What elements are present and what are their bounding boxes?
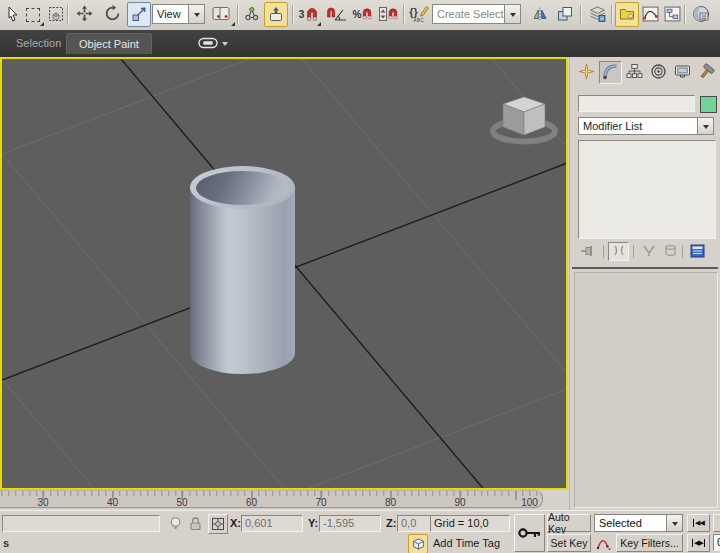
toolbar-separator — [67, 5, 68, 24]
object-name-field[interactable] — [578, 95, 695, 112]
chevron-down-icon[interactable] — [222, 42, 228, 49]
set-key-label: Set Key — [551, 537, 588, 549]
ribbon-tab-selection[interactable]: Selection — [4, 33, 73, 53]
key-filters-label: Key Filters... — [620, 537, 678, 549]
add-time-tag[interactable]: Add Time Tag — [433, 537, 500, 549]
pivot-center-icon — [212, 5, 232, 24]
motion-icon — [650, 63, 667, 82]
select-and-move-button[interactable] — [72, 2, 96, 27]
rollout-area[interactable] — [574, 272, 718, 508]
spinner-snap-toggle-button[interactable] — [376, 2, 402, 27]
go-to-start-icon: ◀◀ — [695, 519, 704, 527]
bar-glyph — [704, 539, 705, 547]
grid-setting-value: Grid = 10,0 — [434, 517, 489, 529]
align-button[interactable] — [553, 2, 577, 27]
viewport-cube-toggle[interactable] — [408, 534, 428, 553]
pin-stack-button[interactable] — [576, 242, 597, 261]
material-sphere-icon — [692, 5, 710, 25]
keyboard-shortcut-override-toggle[interactable] — [264, 2, 288, 27]
reference-coordinate-system-dropdown[interactable]: View — [152, 4, 205, 24]
key-icon — [517, 525, 542, 541]
tab-modify[interactable] — [599, 61, 622, 84]
set-key-button[interactable]: Set Key — [547, 534, 591, 552]
angle-snap-toggle-button[interactable] — [324, 2, 350, 27]
perspective-viewport[interactable] — [0, 57, 568, 490]
window-crossing-toggle-button[interactable] — [44, 2, 68, 27]
hierarchy-icon — [626, 63, 643, 82]
remove-modifier-button[interactable] — [660, 242, 681, 261]
schematic-view-icon — [664, 6, 681, 24]
toggle-ribbon-button[interactable] — [615, 2, 639, 27]
tab-hierarchy[interactable] — [623, 61, 646, 84]
tube-inner-wall — [196, 171, 289, 205]
mirror-button[interactable] — [528, 2, 552, 27]
modify-icon — [602, 63, 619, 82]
reference-coordinate-system-value: View — [153, 8, 188, 20]
display-icon — [674, 63, 691, 82]
set-key-mode-button[interactable] — [514, 514, 545, 552]
select-and-rotate-button[interactable] — [100, 2, 124, 27]
percent-snap-toggle-button[interactable]: % — [351, 2, 375, 27]
make-unique-button[interactable] — [638, 242, 659, 261]
manage-layers-button[interactable] — [585, 2, 609, 27]
previous-frame-button[interactable]: ◀ — [713, 514, 720, 532]
modifier-stack[interactable] — [578, 140, 716, 239]
y-coordinate-label: Y: — [308, 517, 318, 529]
show-end-result-button[interactable] — [608, 242, 629, 261]
key-filter-dropdown[interactable]: Selected — [594, 514, 683, 532]
selection-lock-icon[interactable] — [188, 516, 203, 534]
modifier-list-dropdown[interactable]: Modifier List — [578, 117, 714, 135]
ribbon-minimize-button[interactable] — [198, 36, 232, 51]
toolbar-separator — [292, 5, 293, 24]
select-and-scale-button[interactable] — [127, 2, 151, 27]
tube-object[interactable] — [190, 166, 295, 394]
configure-modifier-sets-button[interactable] — [687, 242, 708, 261]
rotate-icon — [104, 5, 121, 24]
tab-motion[interactable] — [647, 61, 670, 84]
timeline-tick-label: 30 — [37, 497, 48, 508]
x-coordinate-label: X: — [230, 517, 241, 529]
view-cube[interactable] — [478, 83, 568, 149]
cursor-icon — [5, 6, 21, 24]
x-coordinate-field[interactable]: 0,601 — [241, 515, 303, 532]
tab-create[interactable] — [575, 61, 598, 84]
panel-separator — [633, 245, 634, 258]
snap-toggle-3d-button[interactable]: 3 — [296, 2, 322, 27]
timeline-tick-label: 60 — [246, 497, 257, 508]
use-pivot-point-center-button[interactable] — [208, 2, 236, 27]
timeline-tick-label: 100 — [521, 497, 538, 508]
dropdown-arrow-icon[interactable] — [504, 5, 520, 23]
track-bar[interactable]: 30 40 50 60 70 80 90 100 — [0, 490, 543, 508]
absolute-offset-mode-toggle[interactable] — [208, 514, 228, 534]
ribbon-tab-object-paint[interactable]: Object Paint — [66, 33, 152, 54]
key-filter-value: Selected — [595, 517, 666, 529]
grid-setting-display: Grid = 10,0 — [430, 515, 510, 532]
isolate-selection-bulb-icon[interactable] — [168, 516, 183, 534]
current-frame-field[interactable]: 0 — [713, 534, 720, 551]
named-selection-set-dropdown[interactable]: Create Selection Se — [432, 4, 521, 24]
material-editor-button[interactable] — [689, 2, 713, 27]
timeline-tick-label: 80 — [385, 497, 396, 508]
dropdown-arrow-icon[interactable] — [697, 118, 713, 134]
z-coordinate-label: Z: — [386, 517, 396, 529]
dropdown-arrow-icon[interactable] — [188, 5, 204, 23]
key-filters-button[interactable]: Key Filters... — [616, 534, 683, 552]
default-tangent-button[interactable] — [594, 534, 613, 552]
select-and-manipulate-button[interactable] — [240, 2, 264, 27]
status-line-field[interactable] — [2, 515, 160, 532]
utilities-hammer-icon — [698, 63, 715, 82]
schematic-view-button[interactable] — [660, 2, 684, 27]
tab-display[interactable] — [671, 61, 694, 84]
tab-utilities[interactable] — [695, 61, 718, 84]
auto-key-button[interactable]: Auto Key — [547, 514, 591, 532]
edit-named-selection-sets-button[interactable]: {} ABC — [406, 2, 432, 27]
y-coordinate-field[interactable]: -1,595 — [319, 515, 381, 532]
curve-editor-button[interactable] — [638, 2, 662, 27]
go-to-start-button[interactable]: ◀◀ — [687, 514, 710, 532]
configure-sets-icon — [690, 244, 705, 260]
object-color-swatch[interactable] — [700, 96, 717, 113]
dropdown-arrow-icon[interactable] — [666, 515, 682, 531]
key-mode-toggle-button[interactable]: ◀▶ — [687, 534, 710, 552]
timeline-tick-label: 70 — [315, 497, 326, 508]
rectangular-selection-region-button[interactable] — [21, 2, 45, 27]
